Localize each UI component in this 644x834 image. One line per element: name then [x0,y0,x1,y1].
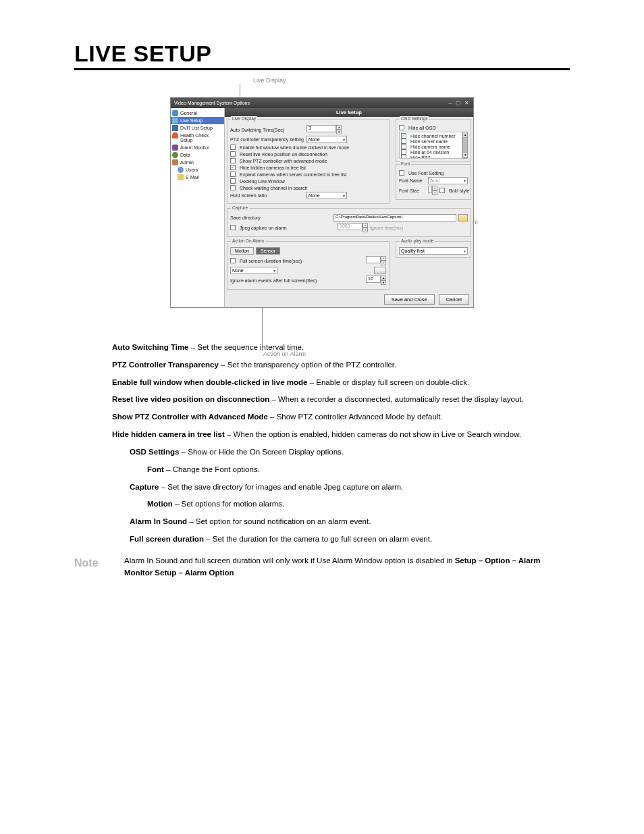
full-screen-dur-spinner: ▴▾ [366,256,386,265]
page-title: LIVE SETUP [74,41,570,70]
dialog-titlebar: Video Management System Options – ▢ ✕ [171,98,473,108]
term: Hide hidden camera in tree list [112,430,225,438]
checkbox[interactable] [230,151,236,157]
tab-motion[interactable]: Motion [230,247,254,255]
list-icon [172,125,178,131]
checkbox [439,188,445,193]
sidebar-item-health-check[interactable]: Health Check Setup [171,132,224,144]
checkbox[interactable] [399,125,404,130]
options-dialog: Video Management System Options – ▢ ✕ Ge… [170,97,474,308]
sidebar-item-alarm-monitor[interactable]: Alarm Monitor [171,144,224,151]
checkbox[interactable] [230,225,236,230]
sidebar-item-general[interactable]: General [171,109,224,117]
cancel-button[interactable]: Cancel [439,294,469,305]
note-text: Alarm In Sound and full screen duration … [124,555,570,579]
maximize-icon[interactable]: ▢ [455,100,462,106]
term: Auto Switching Time [112,343,189,351]
sidebar-item-label: Data [180,153,190,157]
dialog-title: Video Management System Options [174,101,250,105]
definition: – Set the save directory for images and … [159,483,403,491]
cb-showptz-label: Show PTZ controller with advanced mode [240,159,327,163]
close-icon[interactable]: ✕ [463,100,470,106]
monitor-icon [172,118,178,124]
definition: – When the option is enabled, hidden cam… [225,430,521,438]
capture-group: Capture Save directory C:\ProgramData\Ra… [227,208,471,237]
sidebar-item-label: E-Mail [186,175,199,180]
save-dir-input[interactable]: C:\ProgramData\Radius\LiveCapture\ [333,214,456,221]
ptz-trans-select[interactable]: None [306,136,347,143]
term: Enable full window when double-clicked i… [112,378,307,386]
checkbox[interactable] [230,172,236,177]
term: OSD Settings [130,448,179,456]
term: Alarm In Sound [130,517,187,525]
leader-line [262,307,263,351]
sidebar-item-email[interactable]: E-Mail [171,174,224,181]
checkbox[interactable] [230,185,236,190]
use-font-label: Use Font Setting [408,171,444,176]
minimize-icon[interactable]: – [447,100,454,106]
sidebar-item-users[interactable]: Users [171,166,224,174]
osd-item-label: Hide server name [410,139,448,144]
osd-item-label: Hide PTZ [410,155,431,159]
font-name-label: Font Name [399,178,426,183]
body-text: Auto Switching Time – Set the sequence i… [74,342,570,579]
osd-list[interactable]: Hide channel number Hide server name Hid… [399,132,462,159]
checkbox[interactable] [399,170,404,176]
sidebar-item-admin[interactable]: Admin [171,159,224,166]
checkbox[interactable] [401,133,406,138]
sidebar-item-dvr-list[interactable]: DVR List Setup [171,124,224,132]
font-size-label: Font Size [399,188,426,193]
scrollbar[interactable]: ▴▾ [462,132,468,159]
checkbox[interactable] [401,149,406,155]
term: Capture [130,483,159,491]
auto-switching-label: Auto Switching Time(Sec) [230,128,304,132]
checkbox[interactable] [230,145,236,150]
action-on-alarm-group: Action On Alarm MotionSensor Full screen… [227,241,390,290]
sidebar-item-label: Health Check Setup [180,133,209,142]
sidebar-item-label: DVR List Setup [180,126,213,130]
hide-all-osd-label: Hide all OSD [408,126,435,130]
select-value: None [232,268,244,273]
hold-ratio-label: Hold Screen ratio [230,193,304,198]
sidebar-item-live-setup[interactable]: Live Setup [171,117,224,124]
save-dir-label: Save directory [230,215,331,220]
font-group: Font Use Font Setting Font NameArial Fon… [396,164,471,200]
spin-down-icon[interactable]: ▾ [336,130,342,134]
spin-up-icon[interactable]: ▴ [336,125,342,130]
sound-browse-button[interactable] [374,267,386,274]
definition: – Show or Hide the On Screen Display opt… [179,448,344,456]
definition: – Enable or display full screen on doubl… [307,378,469,386]
alarm-sound-select[interactable]: None [230,267,277,274]
auto-switching-value[interactable]: 3 [306,125,336,132]
osd-item-label: Hide at 64 division [410,150,449,155]
checkbox[interactable] [230,165,236,170]
sidebar-item-data[interactable]: Data [171,151,224,159]
tab-sensor[interactable]: Sensor [256,247,280,255]
checkbox[interactable] [230,258,236,263]
checkbox[interactable] [401,138,406,144]
group-label: Action On Alarm [231,238,265,243]
ptz-trans-label: PTZ controller transparency setting [230,137,304,142]
ignore-time-label: Ignore time(ms) [370,226,403,230]
checkbox[interactable] [230,178,236,184]
group-label: Live Display [231,116,257,121]
auto-switching-spinner[interactable]: 3 ▴▾ [306,125,342,134]
checkbox[interactable] [230,158,236,163]
audio-mode-select[interactable]: Quality first [399,247,468,255]
cb-reset-label: Reset live video position on disconnecti… [240,152,327,157]
checkbox[interactable] [401,144,406,149]
browse-button[interactable] [458,214,468,221]
hold-ratio-select[interactable]: None [306,192,347,199]
select-value: Quality first [401,249,425,253]
admin-icon [172,159,178,165]
definition: – Set option for sound notification on a… [187,517,371,525]
checkbox[interactable] [401,155,406,159]
note-text-pre: Alarm In Sound and full screen duration … [124,556,455,565]
group-label: Font [400,161,411,166]
ignore-alarm-spinner[interactable]: 10▴▾ [366,276,386,285]
save-and-close-button[interactable]: Save and Close [384,294,435,305]
spinner-value[interactable]: 10 [366,276,381,283]
definition: – Set the transparency option of the PTZ… [219,361,396,369]
panel-title: Live Setup [225,108,473,117]
bell-icon [172,145,178,151]
